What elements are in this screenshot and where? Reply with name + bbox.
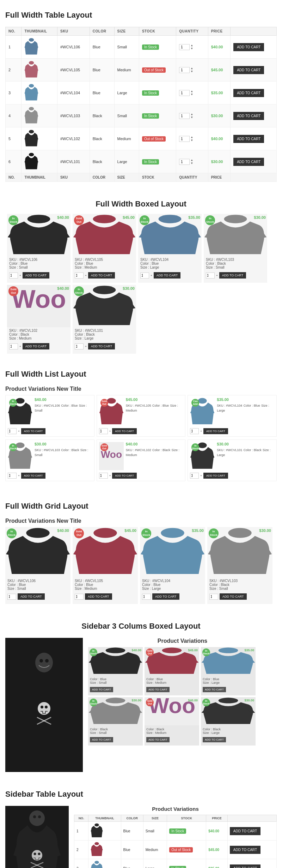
sidebar3-item-footer: ADD TO CART	[201, 736, 256, 743]
quantity-input[interactable]	[99, 473, 108, 479]
list-item: InStock $30.00 SKU : #WCVL101 Color : Bl…	[188, 439, 277, 481]
svg-point-49	[94, 861, 99, 864]
sidebar3-item-img: SoldOut $45.00	[145, 647, 199, 676]
qty-up[interactable]: ▲	[190, 113, 193, 116]
quantity-input[interactable]	[206, 273, 215, 279]
boxed-item-footer: + ADD TO CART	[73, 342, 136, 351]
qty-up[interactable]: ▲	[190, 158, 193, 162]
quantity-input[interactable]	[8, 428, 17, 434]
item-color: Color : Blue	[75, 262, 134, 265]
boxed-item-footer: + ADD TO CART	[7, 342, 70, 351]
qty-down[interactable]: ▼	[190, 70, 193, 73]
add-to-cart-button[interactable]: ADD TO CART	[233, 89, 264, 97]
quantity-input[interactable]	[190, 473, 199, 479]
add-to-cart-button[interactable]: ADD TO CART	[88, 343, 115, 349]
svg-point-27	[38, 702, 50, 715]
item-color: Color : Black	[203, 728, 221, 731]
qty-separator: +	[19, 345, 21, 348]
cell-thumbnail	[22, 127, 57, 150]
quantity-input[interactable]	[9, 343, 18, 349]
foot-action	[231, 173, 277, 182]
quantity-input[interactable]	[75, 343, 84, 349]
add-to-cart-button[interactable]: ADD TO CART	[230, 846, 260, 854]
sidebar-table-hoodie	[5, 806, 69, 868]
quantity-input[interactable]	[75, 273, 84, 279]
add-to-cart-button[interactable]: ADD TO CART	[88, 272, 115, 279]
qty-down[interactable]: ▼	[190, 116, 193, 119]
quantity-input[interactable]	[179, 90, 190, 96]
qty-up[interactable]: ▲	[190, 90, 193, 93]
add-to-cart-button[interactable]: ADD TO CART	[18, 593, 45, 600]
add-to-cart-button[interactable]: ADD TO CART	[220, 593, 247, 600]
add-to-cart-button[interactable]: ADD TO CART	[152, 593, 179, 600]
price-value: $30.00	[211, 114, 223, 118]
add-to-cart-button[interactable]: ADD TO CART	[21, 428, 46, 434]
quantity-input[interactable]	[99, 428, 108, 434]
add-to-cart-button[interactable]: ADD TO CART	[203, 687, 226, 692]
quantity-input[interactable]	[8, 473, 17, 479]
quantity-input[interactable]	[179, 44, 190, 50]
cell-price: $45.00	[208, 59, 231, 82]
stock-badge: InStock	[7, 528, 17, 538]
add-to-cart-button[interactable]: ADD TO CART	[233, 66, 264, 74]
add-to-cart-button[interactable]: ADD TO CART	[154, 272, 181, 279]
quantity-input[interactable]	[179, 113, 190, 119]
add-to-cart-button[interactable]: ADD TO CART	[219, 272, 246, 279]
sidebar3-item-info: Color : Blue Size : Large	[201, 676, 256, 686]
add-to-cart-button[interactable]: ADD TO CART	[230, 864, 260, 868]
cell-sku: #WCVL105	[57, 59, 90, 82]
add-to-cart-button[interactable]: ADD TO CART	[23, 272, 50, 279]
quantity-input[interactable]	[140, 273, 149, 279]
add-to-cart-button[interactable]: ADD TO CART	[230, 827, 260, 835]
add-to-cart-button[interactable]: ADD TO CART	[203, 428, 228, 434]
add-to-cart-button[interactable]: ADD TO CART	[146, 737, 170, 742]
add-to-cart-button[interactable]: ADD TO CART	[112, 428, 137, 434]
svg-point-16	[16, 443, 24, 448]
add-to-cart-button[interactable]: ADD TO CART	[146, 687, 170, 692]
add-to-cart-button[interactable]: ADD TO CART	[233, 135, 264, 143]
add-to-cart-button[interactable]: ADD TO CART	[90, 687, 113, 692]
quantity-input[interactable]	[75, 594, 84, 600]
item-color: Color : Blue	[152, 404, 169, 407]
list-item-actions: + ADD TO CART	[190, 473, 274, 479]
svg-point-1	[29, 61, 34, 65]
quantity-input[interactable]	[179, 159, 190, 165]
qty-down[interactable]: ▼	[190, 47, 193, 50]
quantity-input[interactable]	[190, 428, 199, 434]
qty-up[interactable]: ▲	[190, 136, 193, 139]
add-to-cart-button[interactable]: ADD TO CART	[233, 112, 264, 120]
add-to-cart-button[interactable]: ADD TO CART	[85, 593, 112, 600]
qty-up[interactable]: ▲	[190, 44, 193, 47]
quantity-input[interactable]	[9, 273, 18, 279]
foot-size: SIZE	[114, 173, 139, 182]
stock-badge: InStock	[141, 528, 151, 538]
add-to-cart-button[interactable]: ADD TO CART	[90, 737, 113, 742]
boxed-item: Woo SoldOut $40.00 SKU : #WCVL102 Color …	[7, 285, 70, 354]
table-row: 5 #WCVL102 Black Medium Out of Stock ▲▼ …	[6, 127, 277, 150]
quantity-input[interactable]	[142, 594, 151, 600]
quantity-input[interactable]	[179, 136, 190, 142]
qty-down[interactable]: ▼	[190, 162, 193, 165]
stock-badge: SoldOut	[100, 443, 108, 451]
grid-item-img: InStock $35.00	[140, 527, 205, 577]
qty-down[interactable]: ▼	[190, 93, 193, 96]
stock-badge: InStock	[140, 215, 149, 225]
quantity-input[interactable]	[179, 67, 190, 73]
item-size: Size : Small	[90, 681, 107, 684]
price-badge: $40.00	[57, 528, 69, 533]
add-to-cart-button[interactable]: ADD TO CART	[203, 473, 228, 479]
svg-point-3	[29, 107, 34, 110]
add-to-cart-button[interactable]: ADD TO CART	[203, 737, 226, 742]
add-to-cart-button[interactable]: ADD TO CART	[21, 473, 46, 479]
cell-action: ADD TO CART	[227, 822, 276, 840]
add-to-cart-button[interactable]: ADD TO CART	[23, 343, 50, 349]
grid-item-footer: ADD TO CART	[207, 592, 272, 601]
qty-up[interactable]: ▲	[190, 67, 193, 70]
add-to-cart-button[interactable]: ADD TO CART	[233, 158, 264, 166]
add-to-cart-button[interactable]: ADD TO CART	[233, 43, 264, 51]
sidebar-table-product-title: Product Variations	[74, 806, 277, 812]
quantity-input[interactable]	[209, 594, 218, 600]
qty-down[interactable]: ▼	[190, 139, 193, 142]
quantity-input[interactable]	[7, 594, 16, 600]
add-to-cart-button[interactable]: ADD TO CART	[112, 473, 137, 479]
